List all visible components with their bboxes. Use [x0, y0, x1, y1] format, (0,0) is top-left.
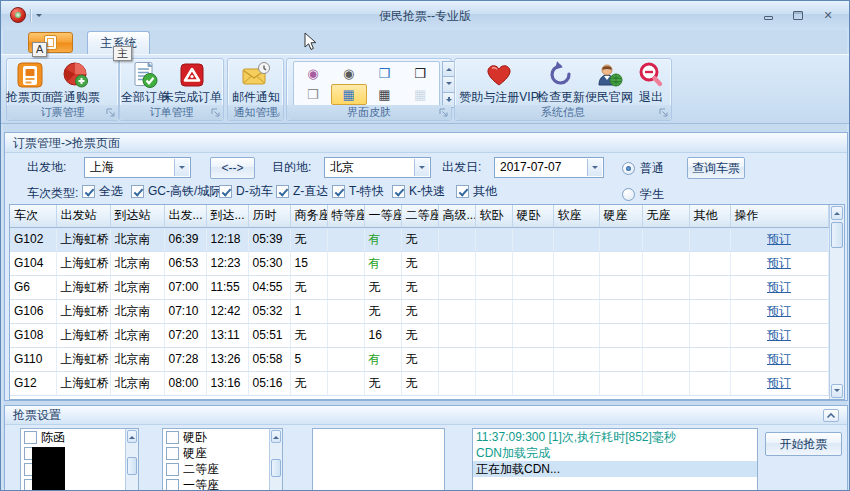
scrollbar-thumb[interactable] [271, 459, 281, 477]
chevron-down-icon[interactable] [587, 159, 602, 176]
dialog-launcher-icon[interactable] [270, 107, 281, 118]
book-link[interactable]: 预订 [767, 232, 791, 246]
close-icon: ✕ [823, 10, 832, 21]
train-type-checkbox[interactable]: Z-直达 [276, 184, 328, 198]
skin-orb-gray[interactable]: ◉ [331, 63, 367, 84]
from-combobox[interactable]: 上海 [84, 157, 191, 178]
table-row[interactable]: G104上海虹桥北京南06:5312:2305:3015有无预订 [10, 251, 828, 275]
scroll-down-button[interactable] [831, 384, 843, 398]
train-type-checkbox[interactable]: K-快速 [392, 184, 445, 198]
table-row[interactable]: G108上海虹桥北京南07:2013:1105:51无16无预订 [10, 323, 828, 347]
skin-grid-light[interactable]: ▦ [402, 84, 438, 105]
grab-ticket-page-button[interactable]: 抢票页面 [8, 60, 52, 106]
table-row[interactable]: G110上海虹桥北京南07:2813:2605:585有无预订 [10, 347, 828, 371]
table-cell: 北京南 [110, 371, 164, 395]
seat-option-item[interactable]: 一等座 [163, 477, 282, 491]
train-type-checkbox[interactable]: D-动车 [219, 184, 273, 198]
table-cell: 无 [364, 299, 401, 323]
seat-type-list[interactable]: 硬卧硬座二等座一等座 [162, 428, 283, 491]
collapse-panel-button[interactable] [823, 409, 839, 422]
column-header[interactable]: 特等座 [327, 205, 364, 227]
column-header[interactable]: 到达... [206, 205, 248, 227]
train-type-label: 车次类型: [27, 183, 78, 204]
skin-door-black[interactable]: ❒ [402, 63, 438, 84]
book-link[interactable]: 预订 [767, 352, 791, 366]
skin-grid-blue[interactable]: ▦ [331, 84, 367, 105]
date-combobox[interactable]: 2017-07-07 [494, 157, 604, 178]
column-header[interactable]: 车次 [10, 205, 56, 227]
scrollbar-thumb[interactable] [127, 457, 137, 475]
book-link[interactable]: 预订 [767, 280, 791, 294]
column-header[interactable]: 高级... [438, 205, 475, 227]
book-link[interactable]: 预订 [767, 376, 791, 390]
column-header[interactable]: 无座 [642, 205, 689, 227]
to-combobox[interactable]: 北京 [324, 157, 431, 178]
close-button[interactable]: ✕ [819, 8, 837, 22]
table-row[interactable]: G106上海虹桥北京南07:1012:4205:321无无预订 [10, 299, 828, 323]
column-header[interactable]: 出发... [164, 205, 206, 227]
dialog-launcher-icon[interactable] [658, 107, 669, 118]
train-type-checkbox[interactable]: GC-高铁/城际 [131, 184, 221, 198]
seat-scrollbar[interactable] [269, 429, 282, 491]
train-type-checkbox[interactable]: 其他 [456, 184, 497, 198]
column-header[interactable]: 出发站 [56, 205, 110, 227]
skin-orb-purple[interactable]: ◉ [295, 63, 331, 84]
unfinished-orders-icon [178, 61, 206, 89]
search-tickets-button[interactable]: 查询车票 [687, 157, 745, 179]
normal-buy-button[interactable]: 普通购票 [52, 60, 100, 106]
table-row[interactable]: G6上海虹桥北京南07:0011:5504:55无无无预订 [10, 275, 828, 299]
skin-grid-dark[interactable]: ▦ [367, 84, 403, 105]
column-header[interactable]: 历时 [248, 205, 290, 227]
start-grab-button[interactable]: 开始抢票 [765, 432, 842, 456]
exit-button[interactable]: 退出 [633, 60, 669, 106]
unfinished-orders-button[interactable]: 未完成订单 [162, 60, 222, 106]
radio-normal[interactable]: 普通 [622, 160, 664, 177]
sponsor-vip-button[interactable]: 赞助与注册VIP [459, 60, 539, 106]
train-priority-list[interactable] [312, 428, 445, 491]
scroll-up-button[interactable] [127, 430, 137, 443]
check-update-button[interactable]: 检查更新 [537, 60, 585, 106]
seat-option-item[interactable]: 硬座 [163, 445, 282, 461]
action-cell: 预订 [730, 275, 828, 299]
radio-student[interactable]: 学生 [622, 186, 664, 203]
book-link[interactable]: 预订 [767, 256, 791, 270]
train-type-checkbox[interactable]: 全选 [82, 184, 123, 198]
column-header[interactable]: 软卧 [475, 205, 512, 227]
table-row[interactable]: G102上海虹桥北京南06:3912:1805:39无有无预订 [10, 227, 828, 251]
swap-button[interactable]: <--> [210, 157, 255, 179]
passenger-item[interactable]: 陈函 [21, 429, 138, 445]
official-site-button[interactable]: 便民官网 [585, 60, 633, 106]
column-header[interactable]: 一等座 [364, 205, 401, 227]
book-link[interactable]: 预订 [767, 304, 791, 318]
column-header[interactable]: 商务座 [290, 205, 327, 227]
dialog-launcher-icon[interactable] [210, 107, 221, 118]
seat-option-item[interactable]: 二等座 [163, 461, 282, 477]
seat-option-item[interactable]: 硬卧 [163, 429, 282, 445]
column-header[interactable]: 其他 [689, 205, 730, 227]
train-type-checkbox[interactable]: T-特快 [332, 184, 384, 198]
minimize-button[interactable] [759, 8, 777, 22]
from-value: 上海 [90, 160, 114, 174]
column-header[interactable]: 到达站 [110, 205, 164, 227]
column-header[interactable]: 操作 [730, 205, 828, 227]
passenger-scrollbar[interactable] [125, 429, 138, 491]
scroll-up-button[interactable] [271, 430, 281, 443]
dialog-launcher-icon[interactable] [105, 107, 116, 118]
table-vertical-scrollbar[interactable] [829, 205, 844, 399]
mail-notify-button[interactable]: 邮件通知 [231, 60, 281, 106]
table-row[interactable]: G12上海虹桥北京南08:0013:1605:16无无无预订 [10, 371, 828, 395]
scrollbar-thumb[interactable] [831, 222, 843, 248]
maximize-button[interactable] [789, 8, 807, 22]
chevron-down-icon[interactable] [174, 159, 189, 176]
column-header[interactable]: 软座 [553, 205, 599, 227]
skin-door-gray[interactable]: ❒ [295, 84, 331, 105]
scroll-up-button[interactable] [831, 206, 843, 220]
skin-door-blue[interactable]: ❒ [367, 63, 403, 84]
column-header[interactable]: 硬卧 [512, 205, 553, 227]
column-header[interactable]: 二等座 [401, 205, 438, 227]
column-header[interactable]: 硬座 [599, 205, 642, 227]
quick-access-dropdown-icon[interactable] [36, 14, 42, 20]
book-link[interactable]: 预订 [767, 328, 791, 342]
chevron-down-icon[interactable] [414, 159, 429, 176]
dialog-launcher-icon[interactable] [438, 107, 449, 118]
